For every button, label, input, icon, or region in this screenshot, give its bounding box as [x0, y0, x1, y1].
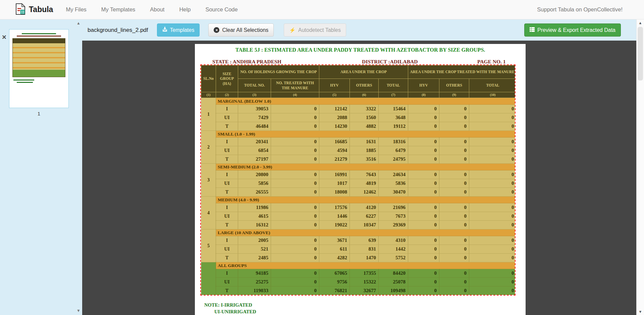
app-body: × ▲ ▼ 1 background_lines_2.pdf	[0, 19, 644, 315]
value-cell: 0	[271, 236, 319, 245]
value-cell: 0	[439, 170, 469, 179]
col-number-cell: (1)	[201, 92, 216, 98]
irrigation-label-cell: UI	[216, 179, 238, 188]
value-cell: 0	[439, 278, 469, 286]
value-cell: 21696	[379, 203, 408, 212]
value-cell: 0	[408, 122, 439, 131]
thumb-meta-line	[17, 36, 61, 37]
sub-header-cell: NO. TREATED WITH THE MANURE	[271, 79, 319, 92]
vertical-scrollbar[interactable]: ▲ ▼	[636, 19, 644, 315]
page-thumbnail[interactable]	[9, 29, 69, 108]
value-cell: 0	[271, 105, 319, 113]
value-cell: 0	[408, 254, 439, 262]
value-cell: 2088	[319, 113, 350, 122]
value-cell: 4120	[350, 203, 379, 212]
value-cell: 0	[469, 278, 516, 286]
scroll-down-icon[interactable]: ▼	[637, 310, 644, 314]
autodetect-tables-button[interactable]: ⚡ Autodetect Tables	[284, 23, 346, 37]
value-cell: 0	[439, 179, 469, 188]
value-cell: 0	[469, 245, 516, 254]
value-cell: 0	[408, 269, 439, 278]
page-sidebar: × ▲ ▼ 1	[0, 19, 82, 315]
sub-header-cell: OTHERS	[350, 79, 379, 92]
pdf-page[interactable]: TABLE 5J : ESTIMATED AREA UNDER PADDY TR…	[195, 44, 526, 315]
group-number-cell: 3	[201, 164, 216, 197]
value-cell: 0	[439, 236, 469, 245]
value-cell: 15322	[350, 278, 379, 286]
irrigation-label-cell: T	[216, 188, 238, 197]
value-cell: 1885	[350, 146, 379, 155]
value-cell: 21279	[319, 155, 350, 164]
value-cell: 0	[439, 286, 469, 295]
pdf-workspace: TABLE 5J : ESTIMATED AREA UNDER PADDY TR…	[82, 41, 636, 315]
irrigation-label-cell: UI	[216, 278, 238, 286]
sidebar-scroll-down-icon[interactable]: ▼	[76, 308, 80, 313]
value-cell: 9756	[319, 278, 350, 286]
nav-item-help[interactable]: Help	[179, 6, 191, 13]
value-cell: 12142	[319, 105, 350, 113]
group-number-cell: 1	[201, 98, 216, 131]
value-cell: 0	[469, 188, 516, 197]
thumb-note-line-2	[17, 82, 33, 83]
table-grid-icon	[530, 27, 535, 33]
value-cell: 0	[271, 188, 319, 197]
value-cell: 0	[271, 212, 319, 221]
value-cell: 0	[439, 122, 469, 131]
value-cell: 7673	[379, 212, 408, 221]
col-number-cell: (3)	[238, 92, 271, 98]
value-cell: 11986	[238, 203, 271, 212]
col-number-cell: (9)	[439, 92, 469, 98]
table-body: 1MARGINAL (BELOW 1.0)I390530121423322154…	[201, 98, 516, 295]
sub-header-cell: OTHERS	[439, 79, 469, 92]
value-cell: 94185	[238, 269, 271, 278]
value-cell: 0	[271, 245, 319, 254]
col-header-area-treated: AREA UNDER THE CROP TREATED WITH THE MAN…	[408, 65, 516, 79]
clear-all-selections-button[interactable]: × Clear All Selections	[208, 23, 274, 37]
sub-header-cell: TOTAL	[379, 79, 408, 92]
support-link[interactable]: Support Tabula on OpenCollective!	[537, 6, 623, 13]
value-cell: 5752	[379, 254, 408, 262]
value-cell: 1442	[379, 245, 408, 254]
value-cell: 27197	[238, 155, 271, 164]
thumb-title-line	[22, 33, 56, 34]
nav-item-source-code[interactable]: Source Code	[205, 6, 237, 13]
nav-item-about[interactable]: About	[150, 6, 164, 13]
value-cell: 4882	[350, 122, 379, 131]
nav-item-my-templates[interactable]: My Templates	[101, 6, 135, 13]
value-cell: 0	[439, 113, 469, 122]
scrollbar-thumb[interactable]	[638, 27, 643, 81]
value-cell: 0	[408, 170, 439, 179]
scroll-up-icon[interactable]: ▲	[637, 21, 644, 25]
value-cell: 0	[469, 179, 516, 188]
value-cell: 0	[439, 254, 469, 262]
preview-export-button[interactable]: Preview & Export Extracted Data	[524, 23, 621, 37]
value-cell: 20341	[238, 138, 271, 146]
value-cell: 1017	[319, 179, 350, 188]
value-cell: 0	[271, 254, 319, 262]
value-cell: 0	[469, 212, 516, 221]
templates-button[interactable]: Templates	[157, 23, 200, 37]
nav-item-my-files[interactable]: My Files	[66, 6, 86, 13]
value-cell: 25275	[238, 278, 271, 286]
value-cell: 0	[271, 179, 319, 188]
value-cell: 4594	[319, 146, 350, 155]
value-cell: 4615	[238, 212, 271, 221]
value-cell: 0	[469, 146, 516, 155]
brand[interactable]: Tabula	[15, 3, 53, 16]
value-cell: 3516	[350, 155, 379, 164]
sub-header-cell: HYV	[408, 79, 439, 92]
group-title-cell: MARGINAL (BELOW 1.0)	[216, 98, 516, 105]
col-number-cell: (5)	[319, 92, 350, 98]
group-number-cell: 4	[201, 197, 216, 229]
irrigation-label-cell: T	[216, 221, 238, 229]
extracted-table: SL.No SIZE GROUP (HA) NO. OF HOLDINGS GR…	[201, 65, 516, 295]
value-cell: 19022	[319, 221, 350, 229]
value-cell: 16685	[319, 138, 350, 146]
table-selection-box[interactable]: × SL.No SIZE GROUP (HA) NO. OF HOLDINGS …	[200, 64, 516, 296]
value-cell: 5836	[379, 179, 408, 188]
value-cell: 0	[439, 155, 469, 164]
value-cell: 0	[408, 179, 439, 188]
remove-page-icon[interactable]: ×	[2, 34, 6, 41]
sidebar-scroll-up-icon[interactable]: ▲	[76, 21, 80, 25]
col-number-cell: (7)	[379, 92, 408, 98]
